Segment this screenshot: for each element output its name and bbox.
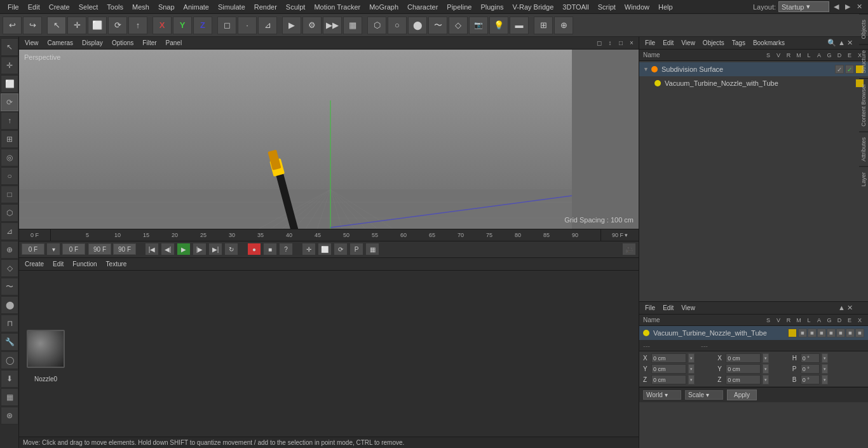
viewport-3d[interactable]: X Y Z Perspective Grid Spacing : 100 cm [19,50,639,229]
tab-layer[interactable]: Layer [859,166,868,192]
attr-icon-5[interactable]: ◼ [836,329,845,337]
vp-menu-filter[interactable]: Filter [139,39,159,47]
sidebar-icon-6[interactable]: ⊞ [1,130,18,148]
obj-subdiv-checkmark-green[interactable]: ✓ [845,65,854,74]
tab-objects[interactable]: Objects [859,14,868,44]
playback-end-input2[interactable] [113,243,136,255]
obj-row-subdiv-collapse[interactable]: ▼ [643,66,649,72]
obj-search-icon[interactable]: 🔍 [827,39,836,47]
menu-mesh[interactable]: Mesh [128,2,153,12]
menu-3dtoall[interactable]: 3DTOAll [559,2,592,12]
obj-menu-tags[interactable]: Tags [729,39,749,47]
obj-row-vacuum[interactable]: Vacuum_Turbine_Nozzle_with_Tube [639,76,868,90]
coord-h-input[interactable] [801,353,820,363]
coord-y-input[interactable] [651,364,686,374]
pb-rotate-tool[interactable]: ⟳ [334,243,348,255]
pb-play-btn[interactable]: ▶ [177,243,191,255]
sidebar-icon-12[interactable]: ⊕ [1,241,18,259]
menu-character[interactable]: Character [403,2,442,12]
pb-step-fwd-btn[interactable]: |▶ [193,243,207,255]
menu-motiontracker[interactable]: Motion Tracker [310,2,364,12]
sidebar-icon-11[interactable]: ⊿ [1,222,18,240]
mat-menu-function[interactable]: Function [69,260,100,268]
undo-btn[interactable]: ↩ [3,17,22,34]
mat-menu-create[interactable]: Create [22,260,47,268]
render-viewport-btn[interactable]: ▶ [282,17,301,34]
redo-btn[interactable]: ↪ [23,17,42,34]
sidebar-icon-2[interactable]: ✛ [1,57,18,74]
menu-script[interactable]: Script [594,2,620,12]
render-region-btn[interactable]: ▦ [343,17,362,34]
pb-move-tool[interactable]: ✛ [302,243,316,255]
attr-vacuum-yellow-box[interactable] [788,329,797,337]
coord-y-arrow[interactable]: ▾ [688,364,695,374]
attr-menu-view[interactable]: View [678,304,698,312]
menu-tools[interactable]: Tools [103,2,127,12]
sidebar-icon-14[interactable]: 〜 [1,278,18,295]
layout-dropdown[interactable]: Startup ▾ [778,1,829,12]
coord-y2-input[interactable] [726,364,761,374]
menu-plugins[interactable]: Plugins [477,2,507,12]
pb-goto-end-btn[interactable]: ▶| [208,243,222,255]
sidebar-icon-21[interactable]: ⊛ [1,407,18,424]
pb-select-tool[interactable]: ⬜ [318,243,332,255]
vp-icon-1[interactable]: ◻ [595,39,604,48]
y-axis-btn[interactable]: Y [173,17,192,34]
vp-menu-panel[interactable]: Panel [163,39,186,47]
pb-record-btn[interactable]: ● [247,243,261,255]
playback-current-input[interactable] [62,243,85,255]
obj-menu-file[interactable]: File [642,39,658,47]
spline-btn[interactable]: 〜 [428,17,447,34]
pb-help-btn[interactable]: ? [279,243,293,255]
vp-menu-options[interactable]: Options [109,39,137,47]
move-tool-btn[interactable]: ✛ [67,17,86,34]
coord-x-arrow[interactable]: ▾ [688,353,695,363]
sidebar-icon-18[interactable]: ◯ [1,351,18,369]
attr-expand-icon[interactable]: ▲ [838,304,845,312]
obj-menu-view[interactable]: View [678,39,698,47]
sidebar-icon-17[interactable]: 🔧 [1,333,18,351]
attr-menu-file[interactable]: File [642,304,658,312]
tab-attributes[interactable]: Attributes [859,132,868,166]
menu-create[interactable]: Create [45,2,74,12]
menu-render[interactable]: Render [250,2,281,12]
playback-start-input[interactable] [22,243,44,255]
light-btn[interactable]: 💡 [489,17,508,34]
obj-close-icon[interactable]: ✕ [847,39,853,47]
coord-b-arrow[interactable]: ▾ [822,375,828,384]
menu-pipeline[interactable]: Pipeline [443,2,475,12]
menu-help[interactable]: Help [654,2,677,12]
apply-button[interactable]: Apply [727,390,757,400]
cube-btn[interactable]: ⬡ [367,17,386,34]
material-item[interactable]: Nozzle0 [22,325,70,383]
select-tool-btn[interactable]: ↖ [47,17,66,34]
sidebar-icon-4[interactable]: ⟳ [1,93,18,111]
mat-menu-edit[interactable]: Edit [50,260,67,268]
coord-z2-input[interactable] [726,375,761,384]
attr-icon-7[interactable]: ◼ [855,329,864,337]
vp-menu-cameras[interactable]: Cameras [44,39,77,47]
coord-x2-input[interactable] [726,353,761,363]
world-dropdown[interactable]: World ▾ [643,390,681,400]
pb-render-btn[interactable]: 🎥 [622,243,636,255]
menu-edit[interactable]: Edit [24,2,44,12]
coord-x2-arrow[interactable]: ▾ [763,353,769,363]
obj-row-subdivision[interactable]: ▼ Subdivision Surface ✓ ✓ [639,62,868,76]
obj-menu-objects[interactable]: Objects [700,39,728,47]
attr-icon-2[interactable]: ◼ [808,329,817,337]
timeline-expand-btn[interactable]: ▾ [625,232,628,238]
tab-structure[interactable]: Structure [859,44,868,79]
pb-down-btn[interactable]: ▾ [46,243,60,255]
boolean-btn[interactable]: ⊞ [534,17,553,34]
menu-mograph[interactable]: MoGraph [365,2,402,12]
obj-subdiv-checkmark-gray[interactable]: ✓ [835,65,844,74]
vp-icon-4[interactable]: × [627,39,636,48]
coord-z-arrow[interactable]: ▾ [688,375,695,384]
z-axis-btn[interactable]: Z [193,17,212,34]
menu-animate[interactable]: Animate [180,2,213,12]
attr-icon-1[interactable]: ◼ [798,329,807,337]
menu-file[interactable]: File [4,2,23,12]
pb-goto-start-btn[interactable]: |◀ [145,243,159,255]
coord-z2-arrow[interactable]: ▾ [763,375,769,384]
timeline-ruler[interactable]: 5 10 15 20 25 30 35 40 45 50 55 60 65 70… [51,229,600,241]
